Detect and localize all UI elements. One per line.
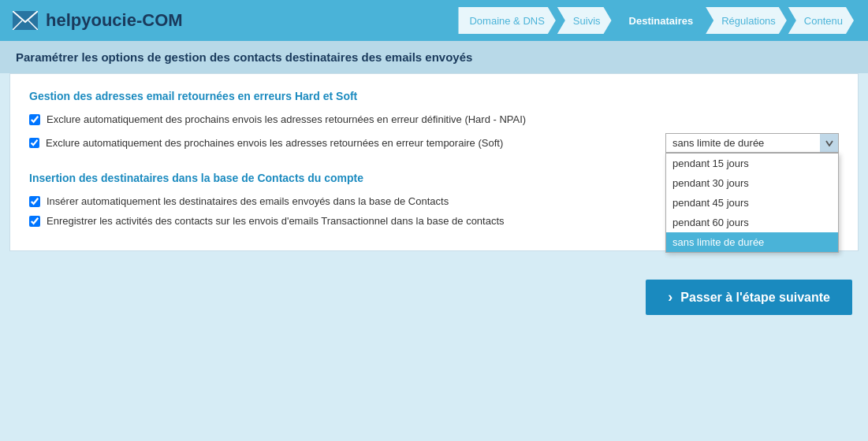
footer-area: › Passer à l'étape suivante — [0, 267, 868, 328]
nav-breadcrumb: Domaine & DNS Suivis Destinataires Régul… — [458, 7, 855, 34]
record-activity-checkbox[interactable] — [29, 216, 40, 227]
next-step-label: Passer à l'étape suivante — [680, 291, 830, 305]
nav-step-regulations[interactable]: Régulations — [706, 7, 787, 34]
page-subtitle: Paramétrer les options de gestion des co… — [0, 41, 868, 73]
nav-step-contenu[interactable]: Contenu — [788, 7, 854, 34]
envelope-icon — [13, 11, 38, 30]
dropdown-option-45[interactable]: pendant 45 jours — [666, 193, 838, 213]
section1-title: Gestion des adresses email retournées en… — [29, 90, 839, 102]
dropdown-option-15[interactable]: pendant 15 jours — [666, 154, 838, 173]
header-logo: helpyoucie-COM — [13, 10, 183, 31]
app-title: helpyoucie-COM — [46, 10, 183, 31]
dropdown-option-unlimited[interactable]: sans limite de durée — [666, 232, 838, 252]
insert-auto-checkbox[interactable] — [29, 196, 40, 207]
dropdown-list: pendant 15 jours pendant 30 jours pendan… — [665, 153, 839, 253]
hard-bounce-checkbox[interactable] — [29, 114, 40, 125]
main-content: Gestion des adresses email retournées en… — [9, 73, 859, 251]
nav-step-destinataires[interactable]: Destinataires — [613, 7, 705, 34]
soft-bounce-dropdown[interactable] — [665, 133, 839, 153]
nav-step-suivis[interactable]: Suivis — [557, 7, 612, 34]
nav-step-domaine-dns[interactable]: Domaine & DNS — [458, 7, 555, 34]
soft-bounce-row: Exclure automatiquement des prochaines e… — [29, 133, 839, 153]
soft-bounce-label: Exclure automatiquement des prochaines e… — [46, 137, 659, 149]
hard-bounce-row: Exclure automatiquement des prochains en… — [29, 113, 839, 125]
soft-bounce-checkbox[interactable] — [29, 138, 39, 148]
hard-bounce-label: Exclure automatiquement des prochains en… — [47, 113, 839, 125]
dropdown-option-60[interactable]: pendant 60 jours — [666, 213, 838, 232]
next-step-button[interactable]: › Passer à l'étape suivante — [646, 280, 852, 315]
next-arrow-icon: › — [668, 289, 672, 306]
header: helpyoucie-COM Domaine & DNS Suivis Dest… — [0, 0, 868, 41]
soft-bounce-dropdown-wrapper: pendant 15 jours pendant 30 jours pendan… — [665, 133, 839, 153]
dropdown-option-30[interactable]: pendant 30 jours — [666, 173, 838, 193]
